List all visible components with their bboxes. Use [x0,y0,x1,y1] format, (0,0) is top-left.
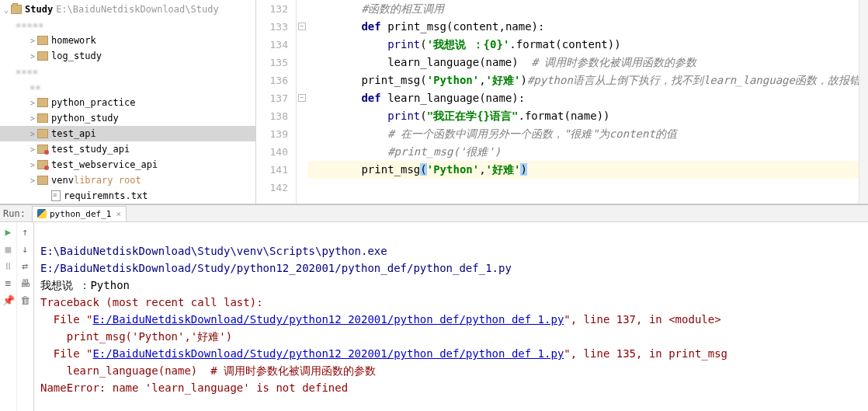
tree-item[interactable]: >venv library root [0,172,255,188]
tree-item-label: test_webservice_api [51,159,158,170]
folder-icon [37,36,48,45]
console-stdout: 我想说 ：Python [40,279,130,291]
code-editor[interactable]: 132133134135136137138139140141142 −− #函数… [256,0,868,204]
code-line[interactable]: # 在一个函数中调用另外一个函数，"很难"为content的值 [307,125,868,143]
rerun-button[interactable]: ▶ [2,225,15,238]
folder-icon [37,176,48,185]
pause-button[interactable]: ⏸ [2,259,15,272]
layout-button[interactable]: ≡ [2,277,15,289]
code-area[interactable]: #函数的相互调用 def print_msg(content,name): pr… [307,0,868,204]
traceback-head: Traceback (most recent call last): [40,296,263,308]
chevron-right-icon[interactable]: > [28,114,37,123]
code-line[interactable]: #print_msg('很难') [307,143,868,161]
tree-item-label: test_api [51,128,96,139]
folder-icon [37,160,48,169]
tree-item[interactable]: >test_study_api [0,141,255,157]
chevron-right-icon[interactable]: > [28,99,37,107]
code-line[interactable]: def print_msg(content,name): [307,18,868,36]
tree-item[interactable]: >homework [0,33,255,48]
run-toolbar-left: ▶ ■ ⏸ ≡ 📌 [0,222,17,411]
folder-icon [37,113,48,123]
root-name: Study [25,4,53,15]
line-gutter: 132133134135136137138139140141142 [256,0,297,204]
code-line[interactable]: print('我想说 ：{0}'.format(content)) [307,36,868,54]
stop-button[interactable]: ■ [2,242,15,255]
tree-item-label: homework [51,35,96,46]
chevron-right-icon[interactable]: > [28,37,37,45]
tree-item-label: python_practice [51,97,135,108]
console-output[interactable]: E:\BaiduNetdiskDownload\Study\venv\Scrip… [34,222,868,411]
run-tab-name: python_def_1 [50,209,111,219]
tree-item-label: python_study [51,113,119,124]
tree-item[interactable]: >test_api [0,126,255,141]
folder-icon [37,98,48,107]
wrap-button[interactable]: ⇄ [19,259,32,272]
chevron-right-icon[interactable]: > [28,130,37,138]
code-line[interactable]: def learn_language(name): [307,89,868,107]
tree-item-label: venv [51,175,74,186]
chevron-right-icon[interactable]: > [28,52,37,61]
code-line[interactable] [307,179,868,197]
fold-column: −− [297,0,307,204]
close-icon[interactable]: × [116,209,121,219]
run-header: Run: python_def_1 × [0,205,868,222]
root-path: E:\BaiduNetdiskDownload\Study [56,4,219,15]
project-tree: ⌄ Study E:\BaiduNetdiskDownload\Study ▪▪… [0,0,256,204]
chevron-right-icon[interactable]: > [28,145,37,154]
traceback-link[interactable]: E:/BaiduNetdiskDownload/Study/python12 2… [92,347,564,360]
code-line[interactable]: learn_language(name) # 调用时参数化被调用函数的参数 [307,54,868,71]
tree-item-label: test_study_api [51,144,130,155]
code-line[interactable]: print_msg('Python','好难') [307,161,868,179]
run-panel: Run: python_def_1 × ▶ ■ ⏸ ≡ 📌 ↑ ↓ ⇄ 🖶 🗑 … [0,204,868,411]
tree-item[interactable]: >test_webservice_api [0,157,255,172]
python-icon [37,209,47,218]
tree-item[interactable]: >log_study [0,48,255,64]
code-line[interactable]: #函数的相互调用 [307,0,868,18]
folder-icon [11,5,22,14]
tree-root[interactable]: ⌄ Study E:\BaiduNetdiskDownload\Study [0,2,255,17]
run-tab[interactable]: python_def_1 × [32,206,127,221]
trash-button[interactable]: 🗑 [19,294,32,306]
console-cmd: E:\BaiduNetdiskDownload\Study\venv\Scrip… [40,245,512,274]
tree-item-label: requiremnts.txt [64,190,148,201]
editor-scrollbar[interactable] [859,0,868,204]
folder-icon [37,51,48,61]
code-line[interactable]: print_msg('Python','好难')#python语言从上倒下执行，… [307,71,868,89]
chevron-down-icon[interactable]: ⌄ [2,5,11,14]
up-button[interactable]: ↑ [19,225,32,238]
chevron-right-icon[interactable]: > [28,161,37,169]
pin-button[interactable]: 📌 [2,294,15,306]
folder-icon [37,145,48,154]
folder-icon [37,129,48,138]
run-toolbar-right: ↑ ↓ ⇄ 🖶 🗑 [17,222,34,411]
print-button[interactable]: 🖶 [19,277,32,289]
tree-item[interactable]: >python_study [0,110,255,126]
fold-toggle[interactable]: − [298,94,306,102]
code-line[interactable]: print("我正在学{}语言".format(name)) [307,107,868,125]
file-icon [51,190,61,201]
tree-item[interactable]: requiremnts.txt [0,188,255,204]
error-line: NameError: name 'learn_language' is not … [40,381,348,394]
tree-item[interactable]: >python_practice [0,95,255,110]
down-button[interactable]: ↓ [19,242,32,255]
chevron-right-icon[interactable]: > [28,176,37,185]
run-label: Run: [3,208,26,219]
fold-toggle[interactable]: − [298,23,306,30]
tree-item-label: log_study [51,51,102,61]
traceback-link[interactable]: E:/BaiduNetdiskDownload/Study/python12 2… [92,313,564,326]
